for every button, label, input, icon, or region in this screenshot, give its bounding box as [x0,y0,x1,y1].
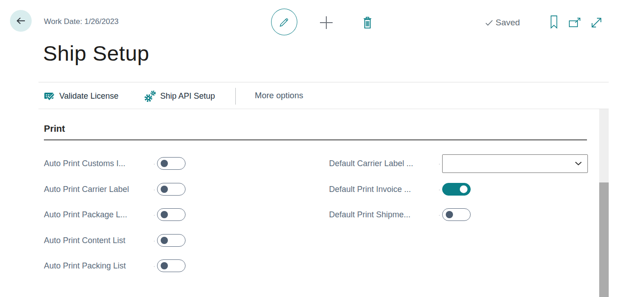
save-status: Saved [485,18,520,28]
print-section-rule [44,139,587,140]
toggle-knob [161,211,168,218]
field-label: Auto Print Package L... [44,210,152,220]
scrollbar-track[interactable] [599,109,609,182]
bookmark-icon [549,15,559,29]
field-label: Default Carrier Label ... [329,159,437,168]
field-label: Auto Print Packing List [44,261,152,271]
divider-bottom [38,109,609,109]
trash-icon [362,16,373,29]
auto-print-package-toggle[interactable] [157,208,186,221]
field-label: Default Print Shipme... [329,210,437,220]
gears-icon [144,90,156,102]
back-button[interactable] [10,10,32,32]
toggle-knob [460,186,467,193]
plus-icon [319,15,334,30]
validate-license-icon [44,91,55,101]
save-status-label: Saved [496,18,520,28]
delete-button[interactable] [361,16,374,29]
field-row-default-print-shipment: Default Print Shipme... [329,205,471,224]
leader-dot [152,211,157,218]
leader-dot [437,160,442,167]
back-arrow-icon [15,15,27,27]
ship-api-setup-button[interactable]: Ship API Setup [144,89,215,103]
toggle-knob [161,186,168,193]
leader-dot [152,263,157,269]
leader-dot [437,211,442,218]
field-row-default-print-invoice: Default Print Invoice ... [329,180,471,199]
ship-setup-page: Work Date: 1/26/2023 [0,0,644,297]
leader-dot [152,237,157,244]
toggle-knob [446,211,453,218]
field-row-auto-print-carrier-label: Auto Print Carrier Label [44,180,186,199]
field-label: Auto Print Customs I... [44,159,152,168]
more-options-button[interactable]: More options [255,91,303,101]
chevron-down-icon [575,161,582,166]
divider-top [38,82,609,82]
field-label: Default Print Invoice ... [329,185,437,194]
auto-print-carrier-label-toggle[interactable] [157,183,186,196]
new-button[interactable] [318,14,334,31]
leader-dot [437,186,442,193]
field-row-auto-print-packing-list: Auto Print Packing List [44,256,186,275]
auto-print-packing-list-toggle[interactable] [157,259,186,272]
page-title: Ship Setup [43,41,149,66]
bookmark-button[interactable] [549,15,559,29]
toggle-knob [161,262,168,269]
popout-icon [568,17,582,29]
action-bar-divider [235,88,236,105]
expand-icon [590,16,603,29]
default-carrier-label-select[interactable] [442,154,588,173]
validate-license-label: Validate License [59,91,119,101]
field-label: Auto Print Content List [44,236,152,245]
field-row-auto-print-content-list: Auto Print Content List [44,231,186,250]
default-print-invoice-toggle[interactable] [442,183,471,196]
default-print-shipment-toggle[interactable] [442,208,471,221]
field-row-auto-print-customs: Auto Print Customs I... [44,154,186,173]
field-row-default-carrier-label: Default Carrier Label ... [329,154,588,173]
toggle-knob [161,237,168,244]
check-icon [485,19,493,26]
work-date: Work Date: 1/26/2023 [44,17,119,26]
field-row-auto-print-package: Auto Print Package L... [44,205,186,224]
open-in-new-window-button[interactable] [568,16,583,29]
pencil-icon [278,16,290,28]
toggle-knob [161,160,168,167]
auto-print-content-list-toggle[interactable] [157,234,186,247]
auto-print-customs-toggle[interactable] [157,157,186,170]
expand-button[interactable] [590,16,603,29]
leader-dot [152,186,157,193]
field-label: Auto Print Carrier Label [44,185,152,194]
scrollbar-thumb[interactable] [599,182,609,297]
edit-button[interactable] [271,9,297,35]
validate-license-button[interactable]: Validate License [44,89,119,103]
ship-api-setup-label: Ship API Setup [160,91,215,101]
print-section-title: Print [44,123,65,134]
leader-dot [152,160,157,167]
